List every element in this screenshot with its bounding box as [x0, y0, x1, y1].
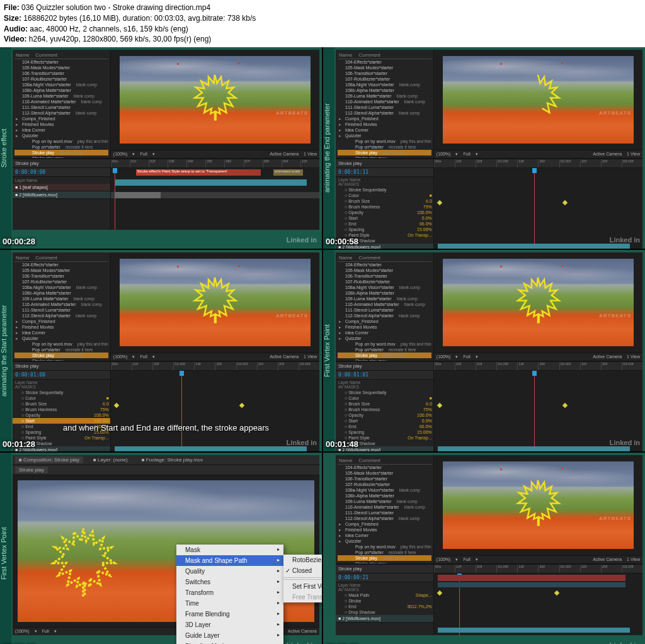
menu-item[interactable]: Blending Mode: [176, 641, 283, 644]
project-item[interactable]: 108a-Night Vision*starterblank comp: [14, 82, 108, 88]
project-item[interactable]: 109-Luma Matte*starterblank comp: [14, 93, 108, 99]
timeline-layers[interactable]: Stroke play 0:00:01:01Layer NameAV MASKS…: [336, 362, 434, 451]
project-item[interactable]: Pop on*starterrecreate it here: [338, 550, 431, 555]
keyframe-icon[interactable]: [239, 403, 244, 408]
project-item[interactable]: Pop on by word.movplay this and think!: [14, 341, 108, 347]
project-item[interactable]: 105-Mask Modes*starter: [338, 268, 431, 273]
effect-property[interactable]: ○ Spacing15.00%: [13, 429, 110, 435]
project-item[interactable]: Stroke play.mov: [338, 561, 431, 563]
effect-property[interactable]: ○ Stroke Sequentially: [336, 390, 433, 395]
project-item[interactable]: 108a-Night Vision*starterblank comp: [14, 285, 108, 290]
project-item[interactable]: 108b-Alpha Matte*starter: [14, 88, 108, 93]
project-item[interactable]: 105-Mask Modes*starter: [338, 470, 431, 476]
effect-property[interactable]: ○ Brush Size6.0: [336, 401, 433, 407]
time-ruler[interactable]: 00s10f20f01:00f10f20f02:00f10f20f03:00f: [434, 565, 642, 573]
effect-property[interactable]: ○ End66.0%: [336, 221, 433, 227]
effect-property[interactable]: ○ End100.0%: [13, 424, 110, 429]
project-item[interactable]: 109-Luma Matte*starterblank comp: [338, 93, 431, 99]
menu-item[interactable]: Quality: [176, 566, 283, 577]
project-item[interactable]: 106-Transition*starter: [14, 273, 108, 279]
layer-bar[interactable]: [438, 575, 625, 581]
comp-viewer[interactable]: ARTBEATS (100%)▾Full▾ Active Camera1 Vie…: [434, 455, 642, 563]
context-submenu[interactable]: RotoBezierClosedSet First VertexFree Tra…: [283, 555, 322, 602]
project-item[interactable]: 110-Animated Matte*starterblank comp: [14, 302, 108, 307]
project-item[interactable]: Idea Corner: [14, 330, 108, 336]
project-item[interactable]: Comps_Finished: [14, 116, 108, 121]
tab[interactable]: ■ Footage: Stroke play.mov: [138, 456, 207, 463]
project-item[interactable]: 111-Stencil Luma*starter: [14, 307, 108, 313]
project-item[interactable]: 112-Stencil Alpha*starterblank comp: [338, 516, 431, 521]
project-panel[interactable]: NameComment104-Effects*starter105-Mask M…: [13, 50, 111, 158]
effect-property[interactable]: ○ Stroke: [336, 598, 433, 604]
menu-item[interactable]: 3D Layer: [176, 619, 283, 630]
project-item[interactable]: Finished Movies: [14, 121, 108, 127]
effect-property[interactable]: ○ Brush Hardness75%: [336, 204, 433, 210]
timeline-tracks[interactable]: 00s10f20f01:00f10f20f02:00f10f20f03:00f: [434, 362, 642, 451]
timecode[interactable]: 0:00:01:00: [15, 372, 45, 378]
project-item[interactable]: Stroke playstarter comp: [338, 150, 431, 155]
project-item[interactable]: Pop on by word.movplay this and think!: [14, 138, 108, 144]
layer-bar[interactable]: [438, 446, 630, 451]
project-item[interactable]: 111-Stencil Luma*starter: [338, 105, 431, 110]
project-item[interactable]: 110-Animated Matte*starterblank comp: [338, 302, 431, 307]
project-item[interactable]: Finished Movies: [338, 121, 431, 127]
effect-property[interactable]: ○ Spacing15.00%: [336, 227, 433, 232]
effect-property[interactable]: ○ Brush Size6.0: [13, 401, 110, 407]
project-item[interactable]: Pop on*starterrecreate it here: [14, 144, 108, 150]
project-item[interactable]: Comps_Finished: [338, 319, 431, 324]
effect-property[interactable]: ○ Mask PathShape...: [336, 592, 433, 598]
project-item[interactable]: Stroke play.mov: [338, 358, 431, 361]
context-menu[interactable]: MaskMask and Shape PathQualitySwitchesTr…: [176, 545, 283, 644]
project-item[interactable]: 107-RotoBezier*starter: [338, 76, 431, 82]
project-item[interactable]: 110-Animated Matte*starterblank comp: [338, 99, 431, 105]
keyframe-icon[interactable]: [562, 200, 568, 205]
project-item[interactable]: Quizzler: [14, 133, 108, 138]
project-item[interactable]: Finished Movies: [338, 527, 431, 533]
keyframe-icon[interactable]: [554, 590, 559, 596]
project-item[interactable]: Comps_Finished: [338, 521, 431, 527]
timeline-panel[interactable]: Stroke play 0:00:00:00Layer Name ■ 1 [le…: [13, 158, 319, 230]
menu-item[interactable]: Switches: [176, 577, 283, 587]
project-item[interactable]: 107-RotoBezier*starter: [14, 279, 108, 285]
project-item[interactable]: Pop on*starterrecreate it here: [14, 347, 108, 353]
project-item[interactable]: Stroke playstarter comp: [338, 555, 431, 561]
project-item[interactable]: 112-Stencil Alpha*starterblank comp: [338, 110, 431, 116]
effect-property[interactable]: ○ Opacity100.0%: [336, 412, 433, 418]
project-item[interactable]: 112-Stencil Alpha*starterblank comp: [14, 313, 108, 319]
viewer-controls[interactable]: (100%)▾Full▾ Active Camera1 View: [111, 353, 319, 361]
project-item[interactable]: 108b-Alpha Matte*starter: [338, 493, 431, 499]
menu-item[interactable]: Frame Blending: [176, 609, 283, 619]
project-panel[interactable]: NameComment104-Effects*starter105-Mask M…: [13, 252, 111, 361]
menu-item[interactable]: Mask: [176, 545, 283, 555]
project-item[interactable]: Pop on*starterrecreate it here: [338, 347, 431, 353]
keyframe-icon[interactable]: [437, 200, 442, 205]
layer-row[interactable]: ■ 2 [Wildflowers.mov]: [336, 615, 433, 623]
project-item[interactable]: Pop on by word.movplay this and think!: [338, 544, 431, 550]
layer-bar[interactable]: [115, 446, 307, 451]
project-item[interactable]: Quizzler: [338, 538, 431, 544]
viewer-controls[interactable]: (100%)▾Full▾ Active Camera1 View: [434, 150, 642, 158]
effect-property[interactable]: ○ Start100.0%: [13, 418, 110, 424]
effect-property[interactable]: ○ Start0.0%: [336, 418, 433, 424]
project-item[interactable]: Quizzler: [338, 336, 431, 341]
work-area[interactable]: [115, 192, 161, 198]
project-item[interactable]: Quizzler: [14, 336, 108, 341]
project-panel[interactable]: NameComment104-Effects*starter105-Mask M…: [336, 455, 434, 563]
timeline-tracks[interactable]: 00s10f20f01:00f10f20f02:00f10f20f03:00f: [434, 565, 642, 635]
project-item[interactable]: 106-Transition*starter: [338, 71, 431, 76]
tab[interactable]: ■ Layer: (none): [89, 456, 132, 463]
viewer-controls[interactable]: (100%)▾Full▾ Active Camera1 View: [434, 353, 642, 361]
effect-property[interactable]: ○ Brush Hardness75%: [13, 407, 110, 412]
effect-property[interactable]: ○ Stroke Sequentially: [13, 390, 110, 395]
project-item[interactable]: Idea Corner: [14, 127, 108, 133]
time-ruler[interactable]: 00s01f02f03f04f05f06f07f08f09f10f: [111, 159, 319, 168]
project-item[interactable]: 109-Luma Matte*starterblank comp: [338, 499, 431, 504]
timeline-layers[interactable]: Stroke play 0:00:00:21Layer NameAV MASKS…: [336, 565, 434, 635]
timeline-panel[interactable]: Stroke play 0:00:00:21Layer NameAV MASKS…: [336, 563, 642, 635]
comp-viewer[interactable]: ARTBEATS (100%)▾Full▾ Active Camera1 Vie…: [434, 50, 642, 158]
timecode[interactable]: 0:00:01:01: [338, 372, 368, 378]
project-item[interactable]: Comps_Finished: [14, 319, 108, 324]
project-item[interactable]: Stroke play.mov: [338, 155, 431, 158]
project-item[interactable]: 109-Luma Matte*starterblank comp: [338, 296, 431, 302]
effect-property[interactable]: ○ Start0.0%: [336, 215, 433, 221]
